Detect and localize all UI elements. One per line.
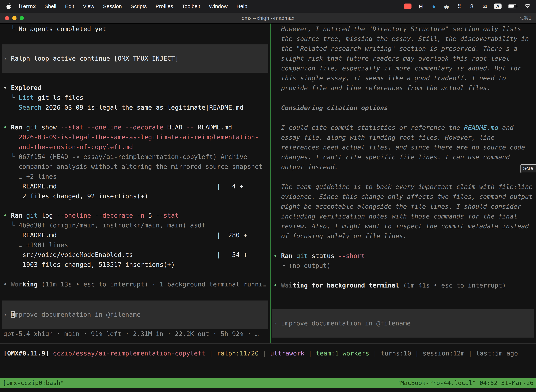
waiting-status: • Waiting for background terminal (1m 41…: [273, 280, 536, 290]
terminal-line: README.md | 4 +: [3, 182, 270, 191]
menu-view[interactable]: View: [79, 3, 99, 9]
tmux-host-clock: "MacBook-Pro-44.local" 04:52 31-Mar-26: [397, 378, 534, 388]
terminal-line: I could cite commit statistics or refere…: [273, 123, 536, 133]
screen-recording-icon[interactable]: [404, 4, 412, 9]
terminal-line: this single essay, it seems like a good …: [273, 73, 536, 83]
terminal-line: └ 067f154 (HEAD -> essay/ai-reimplementa…: [3, 152, 270, 162]
terminal-line: … +1901 lines: [3, 240, 270, 250]
window-grid-icon[interactable]: ⊞: [418, 3, 424, 10]
terminal-line: and-the-erosion-of-copyleft.md: [3, 142, 270, 152]
menu-session[interactable]: Session: [99, 3, 126, 9]
text-tool-icon[interactable]: A: [494, 4, 502, 9]
menu-toolbelt[interactable]: Toolbelt: [178, 3, 205, 9]
screen-share-indicator: Scre: [520, 164, 536, 173]
menu-help[interactable]: Help: [232, 3, 252, 9]
omx-global-status: [OMX#0.11.9] cczip/essay/ai-reimplementa…: [3, 348, 536, 358]
drop-icon[interactable]: ●: [431, 3, 437, 10]
terminal-line: README.md | 280 +: [3, 230, 270, 240]
working-status: • Working (11m 13s • esc to interrupt) ·…: [3, 280, 270, 289]
terminal-line: 2026-03-09-is-legal-the-same-as-legitima…: [3, 132, 270, 142]
wifi-icon[interactable]: [524, 3, 531, 10]
minimize-button[interactable]: [12, 16, 17, 20]
apple-icon[interactable]: [5, 3, 13, 10]
terminal-line: 1903 files changed, 513517 insertions(+): [3, 260, 270, 270]
terminal-line: output instead.: [273, 162, 536, 172]
terminal-line: src/voice/voiceModeEnabled.ts | 54 +: [3, 250, 270, 260]
zoom-button[interactable]: [20, 16, 24, 20]
terminal-line: However, I noticed the "Directory Struct…: [273, 24, 536, 34]
window-title-bar: omx --xhigh --madmax ⌥⌘1: [0, 13, 536, 23]
terminal-line: review. Also, I might want to inspect th…: [273, 221, 536, 231]
menu-items: iTerm2ShellEditViewSessionScriptsProfile…: [14, 3, 252, 9]
dots-grid-icon[interactable]: ⠿: [456, 3, 462, 10]
ran-git-log: • Ran git log --oneline --decorate -n 5 …: [3, 210, 270, 220]
screen-share-label: Scre: [523, 166, 533, 171]
terminal-line: changes, I can't cite specific file line…: [273, 152, 536, 162]
terminal-line: … +2 lines: [3, 172, 270, 182]
session-stats: gpt-5.4 xhigh · main · 91% left · 2.31M …: [3, 329, 270, 339]
terminal-line: └ List git ls-files: [3, 93, 270, 103]
ran-git-show: • Ran git show --stat --oneline --decora…: [3, 122, 270, 132]
tmux-session-label: [omx-cczip0:bash*: [3, 378, 64, 388]
terminal-line: including verification notes with those …: [273, 211, 536, 221]
left-terminal-pane[interactable]: └ No agents completed yet› Ralph loop ac…: [0, 23, 270, 343]
menu-iterm2[interactable]: iTerm2: [14, 3, 40, 9]
terminal-line: references need actual files, and since …: [273, 142, 536, 152]
close-button[interactable]: [5, 16, 9, 20]
battery-percent-icon[interactable]: .61: [482, 3, 488, 10]
prompt-input[interactable]: › Improve documentation in @filename: [2, 300, 268, 329]
agents-status-line: └ No agents completed yet: [3, 24, 270, 34]
terminal-line: └ (no output): [273, 261, 536, 271]
terminal-line: 2 files changed, 92 insertions(+): [3, 191, 270, 201]
record-circle-icon[interactable]: ◉: [444, 3, 450, 10]
terminal-line: Search 2026-03-09-is-legal-the-same-as-l…: [3, 103, 270, 112]
ran-git-status: • Ran git status --short: [273, 251, 536, 261]
menu-window[interactable]: Window: [205, 3, 232, 9]
omx-status-line: [OMX#0.11.9] cczip/essay/ai-reimplementa…: [3, 348, 536, 358]
terminal-line: slight risk that future readers may over…: [273, 54, 536, 63]
terminal-line: of focusing solely on file lines.: [273, 231, 536, 241]
menu-profiles[interactable]: Profiles: [151, 3, 177, 9]
terminal-line: the source tree, missing the essay. Stil…: [273, 34, 536, 44]
macos-menu-bar: iTerm2ShellEditViewSessionScriptsProfile…: [0, 0, 536, 13]
input-source-icon[interactable]: 8: [469, 3, 475, 10]
terminal-line: companion analysis without altering the …: [3, 162, 270, 172]
menu-status-icons: ⊞●◉⠿8.61A: [404, 3, 531, 10]
menu-edit[interactable]: Edit: [61, 3, 79, 9]
text-cursor: I: [11, 311, 15, 318]
window-title: omx --xhigh --madmax: [242, 15, 294, 21]
terminal-line: might be acceptable alongside the file l…: [273, 202, 536, 211]
terminal-line: evidence. Since this change only affects…: [273, 192, 536, 202]
terminal-window: └ No agents completed yet› Ralph loop ac…: [0, 23, 536, 392]
right-terminal-pane[interactable]: However, I noticed the "Directory Struct…: [271, 23, 536, 343]
ralph-loop-banner: › Ralph loop active continue [OMX_TMUX_I…: [2, 44, 268, 73]
terminal-line: companion file, especially if more comme…: [273, 63, 536, 73]
terminal-line: The team guideline is to back every impo…: [273, 182, 536, 192]
prompt-input[interactable]: › Improve documentation in @filename: [272, 309, 534, 338]
battery-icon[interactable]: [508, 3, 517, 10]
terminal-line: provide file and line references from th…: [273, 83, 536, 93]
terminal-line: essay file, along with finding root file…: [273, 133, 536, 142]
explored-header: • Explored: [3, 83, 270, 93]
tmux-panes: └ No agents completed yet› Ralph loop ac…: [0, 23, 536, 343]
menu-shell[interactable]: Shell: [40, 3, 61, 9]
menu-scripts[interactable]: Scripts: [126, 3, 151, 9]
tab-shortcut-hint: ⌥⌘1: [518, 15, 531, 21]
reasoning-heading: Considering citation options: [273, 103, 536, 113]
status-separator: [0, 343, 536, 344]
tmux-status-bar: [omx-cczip0:bash* "MacBook-Pro-44.local"…: [0, 378, 536, 388]
terminal-line: the "Related research writing" section i…: [273, 44, 536, 54]
terminal-line: └ 4b9d30f (origin/main, instructkr/main,…: [3, 220, 270, 230]
